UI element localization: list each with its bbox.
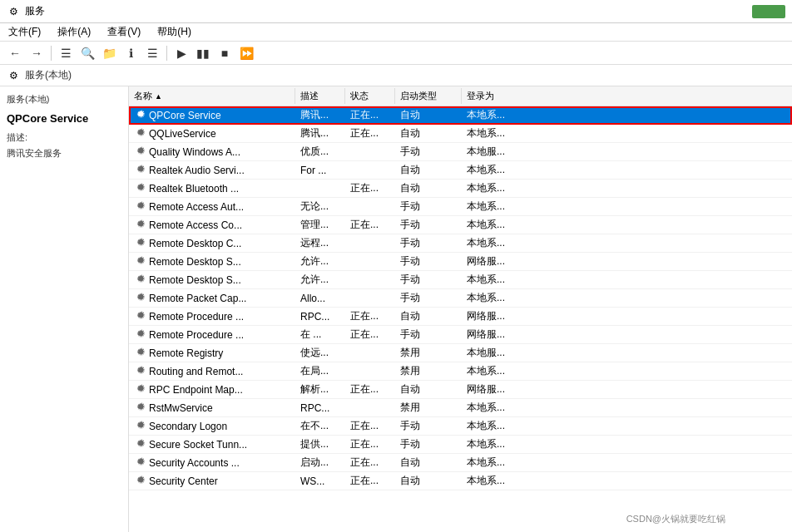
gear-icon: [134, 346, 146, 360]
gear-icon: [134, 273, 146, 287]
table-row[interactable]: Remote Access Aut...无论...手动本地系...: [129, 198, 792, 216]
service-startup-cell: 手动: [395, 143, 462, 160]
service-logon-cell: 本地系...: [462, 436, 528, 453]
service-startup-cell: 手动: [395, 289, 462, 307]
table-row[interactable]: Remote Procedure ...RPC...正在...自动网络服...: [129, 308, 792, 326]
table-row[interactable]: Remote Procedure ...在 ...正在...手动网络服...: [129, 326, 792, 344]
service-startup-cell: 手动: [395, 326, 462, 343]
service-startup-cell: 手动: [395, 436, 462, 453]
service-startup-cell: 自动: [395, 106, 462, 124]
menu-file[interactable]: 文件(F): [5, 24, 44, 40]
left-panel: 服务(本地) QPCore Service 描述: 腾讯安全服务: [0, 86, 129, 532]
table-row[interactable]: RstMwServiceRPC...禁用本地系...: [129, 399, 792, 417]
gear-icon: [134, 437, 146, 451]
service-status-cell: 正在...: [345, 381, 395, 398]
table-row[interactable]: Security Accounts ...启动...正在...自动本地系...: [129, 454, 792, 472]
service-name-text: Quality Windows A...: [149, 146, 240, 158]
service-desc-cell: Allo...: [295, 291, 345, 306]
menu-action[interactable]: 操作(A): [54, 24, 94, 40]
pause-button[interactable]: ▮▮: [193, 44, 213, 62]
left-panel-title: 服务(本地): [7, 93, 121, 106]
service-desc-cell: 无论...: [295, 198, 345, 215]
service-name-text: QPCore Service: [149, 110, 221, 121]
menu-bar: 文件(F) 操作(A) 查看(V) 帮助(H): [0, 23, 792, 42]
service-logon-cell: 本地系...: [462, 106, 528, 124]
info-button[interactable]: ℹ: [121, 44, 141, 62]
service-logon-cell: 本地服...: [462, 143, 528, 160]
col-startup[interactable]: 启动类型: [395, 88, 462, 104]
service-startup-cell: 禁用: [395, 362, 462, 380]
title-bar: ⚙ 服务: [0, 0, 792, 23]
gear-icon: [134, 200, 146, 214]
service-startup-cell: 自动: [395, 381, 462, 398]
menu-view[interactable]: 查看(V): [104, 24, 144, 40]
table-row[interactable]: Remote Access Co...管理...正在...手动本地系...: [129, 216, 792, 234]
table-row[interactable]: Routing and Remot...在局...禁用本地系...: [129, 362, 792, 381]
restart-button[interactable]: ⏩: [236, 44, 256, 62]
service-logon-cell: 本地系...: [462, 180, 528, 197]
stop-button[interactable]: ■: [215, 44, 235, 62]
service-logon-cell: 本地系...: [462, 125, 528, 142]
service-desc-cell: 远程...: [295, 234, 345, 252]
service-logon-cell: 网络服...: [462, 253, 528, 270]
service-status-cell: 正在...: [345, 106, 395, 124]
service-startup-cell: 手动: [395, 271, 462, 288]
table-row[interactable]: Realtek Audio Servi...For ...自动本地系...: [129, 161, 792, 180]
service-name-cell: Routing and Remot...: [129, 362, 295, 380]
col-status[interactable]: 状态: [345, 88, 395, 104]
toolbar: ← → ☰ 🔍 📁 ℹ ☰ ▶ ▮▮ ■ ⏩: [0, 42, 792, 65]
table-header: 名称 ▲ 描述 状态 启动类型 登录为: [129, 86, 792, 106]
app-icon: ⚙: [7, 5, 20, 18]
service-logon-cell: 本地系...: [462, 417, 528, 435]
desc-text: 腾讯安全服务: [7, 147, 121, 160]
gear-icon: [134, 108, 146, 122]
gear-icon: [134, 382, 146, 397]
service-startup-cell: 手动: [395, 216, 462, 234]
forward-button[interactable]: →: [27, 44, 47, 62]
service-startup-cell: 自动: [395, 308, 462, 325]
search-button[interactable]: 🔍: [77, 44, 97, 62]
service-startup-cell: 自动: [395, 125, 462, 142]
service-status-cell: [345, 260, 395, 264]
table-row[interactable]: Secondary Logon在不...正在...手动本地系...: [129, 417, 792, 436]
service-startup-cell: 手动: [395, 198, 462, 215]
service-name-text: QQLiveService: [149, 128, 216, 140]
gear-icon: [134, 163, 146, 177]
play-button[interactable]: ▶: [171, 44, 191, 62]
service-name-cell: Remote Access Aut...: [129, 198, 295, 215]
table-row[interactable]: QPCore Service腾讯...正在...自动本地系...: [129, 106, 792, 125]
folder-button[interactable]: 📁: [99, 44, 119, 62]
list-button[interactable]: ☰: [142, 44, 162, 62]
service-logon-cell: 本地系...: [462, 271, 528, 288]
menu-help[interactable]: 帮助(H): [154, 24, 195, 40]
table-row[interactable]: Remote Registry使远...禁用本地服...: [129, 344, 792, 362]
service-name-text: Realtek Bluetooth ...: [149, 183, 239, 195]
service-status-cell: 正在...: [345, 216, 395, 234]
service-name-cell: Remote Desktop C...: [129, 234, 295, 252]
toolbar-separator-1: [51, 46, 52, 61]
service-name-cell: Remote Desktop S...: [129, 271, 295, 288]
table-row[interactable]: Quality Windows A...优质...手动本地服...: [129, 143, 792, 161]
gear-icon: [134, 254, 146, 268]
table-row[interactable]: RPC Endpoint Map...解析...正在...自动网络服...: [129, 381, 792, 399]
table-row[interactable]: Remote Desktop C...远程...手动本地系...: [129, 234, 792, 253]
table-row[interactable]: Remote Desktop S...允许...手动网络服...: [129, 253, 792, 271]
service-desc-cell: 优质...: [295, 143, 345, 160]
col-name[interactable]: 名称 ▲: [129, 88, 295, 104]
up-button[interactable]: ☰: [56, 44, 76, 62]
table-row[interactable]: Remote Desktop S...允许...手动本地系...: [129, 271, 792, 289]
col-logon[interactable]: 登录为: [462, 88, 528, 104]
table-row[interactable]: Realtek Bluetooth ...正在...自动本地系...: [129, 180, 792, 198]
desc-label: 描述:: [7, 131, 121, 144]
table-row[interactable]: Security CenterWS...正在...自动本地系...: [129, 472, 792, 490]
service-desc-cell: 腾讯...: [295, 106, 345, 124]
service-name-cell: Remote Desktop S...: [129, 253, 295, 270]
service-name-text: Remote Access Co...: [149, 219, 242, 231]
service-status-cell: [345, 242, 395, 245]
table-row[interactable]: Remote Packet Cap...Allo...手动本地系...: [129, 289, 792, 308]
col-desc[interactable]: 描述: [295, 88, 345, 104]
service-logon-cell: 网络服...: [462, 308, 528, 325]
table-row[interactable]: QQLiveService腾讯...正在...自动本地系...: [129, 125, 792, 143]
table-row[interactable]: Secure Socket Tunn...提供...正在...手动本地系...: [129, 436, 792, 454]
back-button[interactable]: ←: [5, 44, 25, 62]
